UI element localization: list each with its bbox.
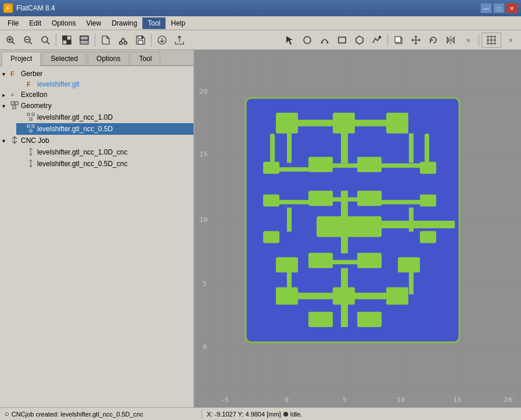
svg-rect-52 — [30, 118, 32, 120]
tree-item-levelshifter-gtl[interactable]: F levelshifter.gtl — [16, 79, 193, 89]
circle-tool[interactable] — [299, 33, 315, 48]
tab-options[interactable]: Options — [88, 52, 129, 65]
new-file-button[interactable] — [98, 33, 114, 48]
rect-tool[interactable] — [334, 33, 350, 48]
tab-project[interactable]: Project — [2, 52, 41, 66]
tree-excellon-header[interactable]: ▸ + Excellon — [0, 89, 193, 100]
group-gerber: ▾ F Gerber F levelshifter.gtl — [0, 69, 193, 89]
path-tool[interactable] — [369, 33, 385, 48]
title-bar-controls: — □ ✕ — [480, 3, 518, 13]
svg-rect-107 — [357, 191, 382, 206]
svg-line-60 — [15, 141, 17, 143]
geometry-icon — [10, 101, 21, 110]
rotate-tool[interactable] — [425, 33, 441, 48]
svg-rect-103 — [357, 157, 382, 172]
tree-item-cnc-1d[interactable]: levelshifter.gtl_ncc_1.0D_cnc — [16, 146, 193, 158]
menu-help[interactable]: Help — [166, 17, 191, 29]
svg-rect-125 — [382, 163, 421, 168]
more-tools-button[interactable]: » — [460, 33, 476, 48]
tree-gerber-header[interactable]: ▾ F Gerber — [0, 69, 193, 79]
svg-rect-23 — [142, 36, 143, 38]
svg-rect-121 — [286, 120, 334, 126]
menu-file[interactable]: File — [2, 17, 24, 29]
svg-rect-130 — [314, 260, 358, 264]
zoom-in-button[interactable] — [20, 33, 36, 48]
svg-rect-137 — [409, 134, 414, 163]
svg-rect-55 — [30, 130, 32, 132]
polygon-tool[interactable] — [351, 33, 368, 48]
status-message: CNCjob created: levelshifter.gtl_ncc_0.5… — [12, 411, 143, 418]
tree-item-geom-1d[interactable]: levelshifter.gtl_ncc_1.0D — [16, 112, 193, 123]
menu-tool[interactable]: Tool — [142, 17, 166, 29]
svg-rect-101 — [263, 161, 279, 174]
tab-selected[interactable]: Selected — [42, 52, 87, 65]
tree-item-cnc-05d[interactable]: levelshifter.gtl_ncc_0.5D_cnc — [16, 158, 193, 170]
tree-geometry-header[interactable]: ▾ Geometry — [0, 100, 193, 112]
move-tool[interactable] — [408, 33, 424, 48]
svg-marker-32 — [356, 36, 363, 44]
save-button[interactable] — [132, 33, 149, 48]
menu-options[interactable]: Options — [46, 17, 81, 29]
minimize-button[interactable]: — — [480, 3, 492, 13]
menu-edit[interactable]: Edit — [24, 17, 46, 29]
cut-button[interactable] — [115, 33, 131, 48]
gerber-label: Gerber — [21, 70, 42, 78]
tree-cncjob-header[interactable]: ▾ CNC Job — [0, 135, 193, 146]
svg-text:15: 15 — [199, 150, 207, 158]
export-button[interactable] — [171, 33, 188, 48]
copy-tool[interactable] — [390, 33, 407, 48]
svg-rect-139 — [409, 207, 414, 231]
menu-view[interactable]: View — [81, 17, 106, 29]
svg-rect-104 — [420, 161, 436, 174]
arc-tool[interactable] — [317, 33, 333, 48]
svg-rect-132 — [355, 293, 387, 299]
gerber-file-icon: F — [27, 81, 37, 88]
svg-rect-123 — [279, 167, 310, 172]
canvas-area[interactable]: 20 15 10 5 0 -5 0 5 10 15 20 — [195, 50, 521, 407]
svg-line-19 — [121, 38, 123, 42]
svg-text:0: 0 — [285, 396, 289, 404]
toggle-layer-1[interactable] — [59, 33, 75, 48]
svg-line-8 — [47, 41, 50, 44]
zoom-out-button[interactable] — [37, 33, 53, 48]
group-cncjob: ▾ CNC Job — [0, 135, 193, 170]
separator-1 — [56, 34, 56, 46]
close-button[interactable]: ✕ — [506, 3, 518, 13]
menu-drawing[interactable]: Drawing — [106, 17, 142, 29]
pointer-tool[interactable] — [282, 33, 298, 48]
status-left: ○ CNCjob created: levelshifter.gtl_ncc_0… — [5, 410, 202, 418]
svg-rect-106 — [308, 191, 333, 206]
svg-rect-111 — [420, 231, 436, 243]
cnc-file-icon — [27, 148, 37, 157]
geometry-label: Geometry — [21, 102, 52, 110]
group-excellon: ▸ + Excellon — [0, 89, 193, 100]
svg-text:5: 5 — [343, 396, 347, 404]
svg-rect-108 — [420, 195, 436, 207]
zoom-fit-button[interactable] — [2, 33, 19, 48]
svg-rect-13 — [67, 40, 71, 44]
status-right: X: -9.1027 Y: 4.9804 [mm] Idle. — [202, 411, 516, 418]
tab-bar: Project Selected Options Tool — [0, 50, 193, 66]
expand-arrow: ▸ — [2, 92, 10, 98]
status-icon: ○ — [5, 410, 9, 418]
tree-item-geom-05d[interactable]: levelshifter.gtl_ncc_0.5D — [16, 123, 193, 135]
svg-rect-47 — [11, 102, 14, 105]
mirror-tool[interactable] — [443, 33, 459, 48]
svg-point-68 — [30, 166, 32, 167]
tab-tool[interactable]: Tool — [130, 52, 160, 65]
svg-rect-49 — [13, 106, 16, 109]
maximize-button[interactable]: □ — [493, 3, 505, 13]
idle-status: Idle. — [290, 411, 303, 418]
svg-text:15: 15 — [453, 396, 461, 404]
group-geometry: ▾ Geometry — [0, 100, 193, 135]
title-bar: F FlatCAM 8.4 — □ ✕ — [0, 0, 521, 16]
grid-more-button[interactable]: » — [502, 33, 519, 48]
svg-rect-142 — [409, 272, 414, 295]
svg-rect-124 — [333, 163, 358, 168]
toggle-layer-2[interactable] — [76, 33, 92, 48]
svg-rect-51 — [32, 113, 34, 116]
svg-line-5 — [30, 41, 33, 44]
grid-toggle-button[interactable] — [482, 33, 501, 48]
import-button[interactable] — [154, 33, 170, 48]
svg-rect-136 — [287, 134, 292, 163]
